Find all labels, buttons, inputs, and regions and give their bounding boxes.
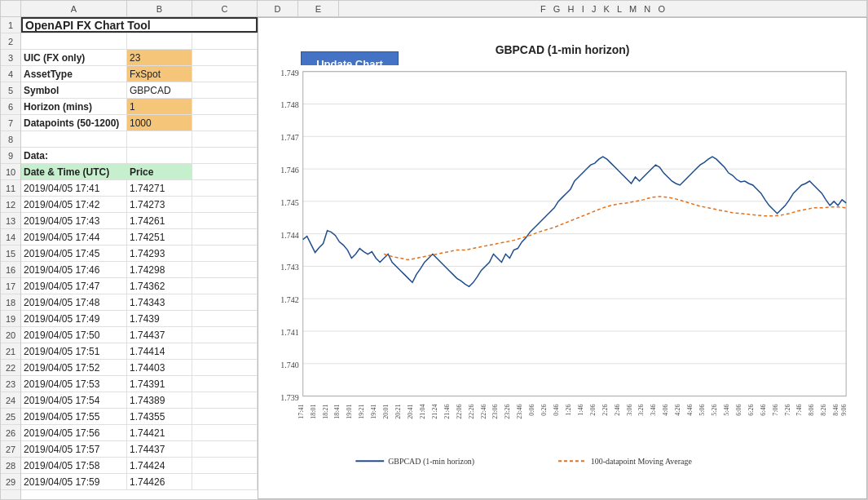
datetime-24: 2019/04/05 17:54 xyxy=(21,392,127,408)
cell-14c xyxy=(192,229,258,245)
svg-text:5:46: 5:46 xyxy=(723,405,730,416)
svg-text:20:41: 20:41 xyxy=(407,405,414,419)
datapoints-label: Datapoints (50-1200) xyxy=(21,115,127,131)
spreadsheet: A B C D E F G H I J K L M N O 1 2 3 4 5 … xyxy=(0,0,868,500)
cell-16c xyxy=(192,262,258,277)
row-num-14: 14 xyxy=(1,229,20,246)
horizon-label: Horizon (mins) xyxy=(21,99,127,114)
assettype-label: AssetType xyxy=(21,66,127,82)
datapoints-value[interactable]: 1000 xyxy=(127,115,192,131)
svg-text:8:46: 8:46 xyxy=(832,405,839,416)
svg-text:2:26: 2:26 xyxy=(601,405,609,416)
column-headers: A B C D E F G H I J K L M N O xyxy=(1,1,867,17)
datetime-14: 2019/04/05 17:44 xyxy=(21,229,127,245)
cell-11c xyxy=(192,180,258,196)
cell-29c xyxy=(192,474,258,489)
svg-text:1.740: 1.740 xyxy=(280,361,298,369)
cell-26c xyxy=(192,425,258,440)
row-num-2: 2 xyxy=(1,33,20,50)
cell-24c xyxy=(192,392,258,408)
price-line xyxy=(303,157,846,286)
cell-2b xyxy=(127,33,192,49)
cell-5c xyxy=(192,82,258,98)
cell-22c xyxy=(192,360,258,375)
cell-3c xyxy=(192,50,258,65)
assettype-value[interactable]: FxSpot xyxy=(127,66,192,82)
horizon-value[interactable]: 1 xyxy=(127,99,192,114)
col-header-e: E xyxy=(298,1,339,16)
svg-text:3:26: 3:26 xyxy=(637,405,645,416)
svg-text:8:06: 8:06 xyxy=(808,405,815,416)
price-header: Price xyxy=(127,164,192,179)
update-chart-button[interactable]: Update Chart xyxy=(301,51,399,65)
price-25: 1.74355 xyxy=(127,409,192,424)
svg-text:1:26: 1:26 xyxy=(565,405,572,416)
row-num-4: 4 xyxy=(1,66,20,82)
price-19: 1.7439 xyxy=(127,311,192,326)
row-num-6: 6 xyxy=(1,99,20,115)
svg-text:4:06: 4:06 xyxy=(662,405,669,416)
row-num-20: 20 xyxy=(1,327,20,343)
svg-text:0:46: 0:46 xyxy=(553,405,560,416)
symbol-label: Symbol xyxy=(21,82,127,98)
grid: OpenAPI FX Chart Tool UIC (FX only) 23 xyxy=(21,17,867,499)
cell-8b xyxy=(127,131,192,147)
svg-text:0:06: 0:06 xyxy=(528,405,535,416)
uic-value[interactable]: 23 xyxy=(127,50,192,65)
svg-text:17:41: 17:41 xyxy=(297,405,305,419)
row-num-27: 27 xyxy=(1,441,20,458)
datetime-19: 2019/04/05 17:49 xyxy=(21,311,127,326)
svg-text:6:06: 6:06 xyxy=(735,405,742,416)
chart-svg: GBPCAD (1-min horizon) 1.749 1.748 1.747… xyxy=(258,18,866,498)
svg-text:2:06: 2:06 xyxy=(589,405,597,416)
svg-text:1.749: 1.749 xyxy=(280,69,298,77)
row-num-header xyxy=(1,1,21,16)
price-29: 1.74426 xyxy=(127,474,192,489)
svg-text:1.746: 1.746 xyxy=(280,166,298,175)
cell-9c xyxy=(192,148,258,163)
svg-text:1.748: 1.748 xyxy=(280,100,298,109)
row-num-3: 3 xyxy=(1,50,20,66)
uic-label: UIC (FX only) xyxy=(21,50,127,65)
row-numbers: 1 2 3 4 5 6 7 8 9 10 11 12 13 14 15 16 1… xyxy=(1,17,21,499)
legend-label-2: 100-datapoint Moving Average xyxy=(591,457,693,466)
cell-7c xyxy=(192,115,258,131)
svg-text:1.742: 1.742 xyxy=(280,295,298,304)
svg-text:0:26: 0:26 xyxy=(540,405,548,416)
moving-average-line xyxy=(384,197,846,260)
col-header-a: A xyxy=(21,1,127,16)
cell-23c xyxy=(192,376,258,392)
datetime-15: 2019/04/05 17:45 xyxy=(21,246,127,261)
price-12: 1.74273 xyxy=(127,197,192,212)
price-13: 1.74261 xyxy=(127,213,192,228)
col-header-c: C xyxy=(192,1,258,16)
row-num-1: 1 xyxy=(1,17,20,33)
svg-text:19:01: 19:01 xyxy=(346,405,353,419)
svg-text:1.747: 1.747 xyxy=(280,133,298,142)
price-28: 1.74424 xyxy=(127,458,192,473)
row-num-13: 13 xyxy=(1,213,20,229)
row-num-12: 12 xyxy=(1,197,20,213)
cell-6c xyxy=(192,99,258,114)
svg-text:18:01: 18:01 xyxy=(310,405,317,419)
col-header-rest: F G H I J K L M N O xyxy=(339,1,867,16)
row-num-21: 21 xyxy=(1,343,20,360)
cell-18c xyxy=(192,294,258,310)
col-header-d: D xyxy=(258,1,298,16)
cell-15c xyxy=(192,246,258,261)
cell-4c xyxy=(192,66,258,82)
svg-text:3:06: 3:06 xyxy=(626,405,633,416)
svg-text:20:21: 20:21 xyxy=(394,405,402,419)
svg-text:21:24: 21:24 xyxy=(431,405,438,419)
datetime-header: Date & Time (UTC) xyxy=(21,164,127,179)
price-24: 1.74389 xyxy=(127,392,192,408)
svg-text:22:46: 22:46 xyxy=(480,405,487,419)
symbol-value[interactable]: GBPCAD xyxy=(127,82,192,98)
cell-13c xyxy=(192,213,258,228)
svg-text:3:46: 3:46 xyxy=(650,405,657,416)
row-num-19: 19 xyxy=(1,311,20,327)
svg-text:7:26: 7:26 xyxy=(784,405,791,416)
price-27: 1.74437 xyxy=(127,441,192,457)
svg-text:19:21: 19:21 xyxy=(358,405,365,419)
cell-27c xyxy=(192,441,258,457)
